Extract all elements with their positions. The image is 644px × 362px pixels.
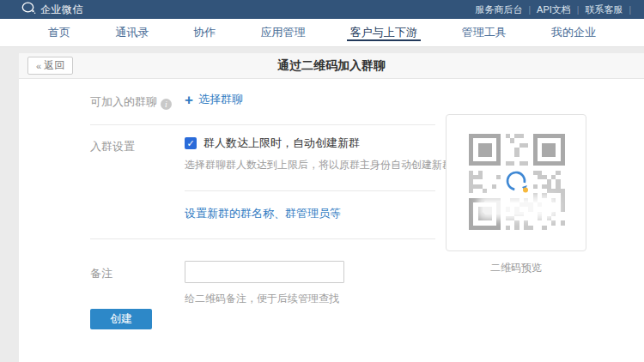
separator: | (629, 5, 631, 15)
remark-label: 备注 (90, 266, 112, 281)
nav-item-my-enterprise[interactable]: 我的企业 (548, 19, 599, 46)
topbar-links: 服务商后台|API文档|联系客服| (475, 3, 637, 16)
divider (185, 190, 435, 191)
qr-preview-card (446, 114, 586, 251)
topbar-link-provider-console[interactable]: 服务商后台 (475, 3, 522, 16)
join-settings-helper: 选择群聊群人数达到上限后，将以原群主身份自动创建新群 (185, 158, 453, 172)
select-group-link[interactable]: + 选择群聊 (185, 92, 243, 107)
nav-item-collaboration[interactable]: 协作 (190, 19, 219, 46)
page-title: 通过二维码加入群聊 (19, 53, 644, 79)
app-logo[interactable]: 企业微信 (21, 2, 83, 18)
main-nav: 首页通讯录协作应用管理客户与上下游管理工具我的企业 (0, 19, 644, 47)
new-group-settings-link[interactable]: 设置新群的群名称、群管理员等 (185, 206, 341, 221)
separator: | (528, 5, 531, 15)
topbar-link-api-docs[interactable]: API文档 (537, 3, 571, 16)
topbar: 企业微信 服务商后台|API文档|联系客服| (0, 0, 644, 19)
nav-item-contacts[interactable]: 通讯录 (112, 19, 152, 46)
chat-bubble-icon (21, 2, 36, 18)
remark-helper: 给二维码备注，便于后续管理查找 (185, 292, 339, 306)
join-settings-label: 入群设置 (90, 139, 135, 154)
create-button[interactable]: 创建 (90, 309, 152, 329)
divider (90, 124, 435, 125)
info-icon[interactable]: i (161, 99, 172, 110)
form-body: 可加入的群聊i + 选择群聊 入群设置 ✓ 群人数达上限时，自动创建新群 选择群… (19, 79, 644, 361)
plus-icon: + (185, 93, 193, 107)
app-title: 企业微信 (40, 3, 83, 17)
page-header: « 返回 通过二维码加入群聊 (19, 53, 644, 79)
topbar-link-contact-support[interactable]: 联系客服 (585, 3, 623, 16)
nav-item-customers-updownstream[interactable]: 客户与上下游 (347, 19, 421, 46)
qr-privacy-blur (483, 201, 553, 214)
remark-input[interactable] (185, 261, 344, 283)
nav-item-home[interactable]: 首页 (45, 19, 74, 46)
wecom-bubble-icon (502, 167, 532, 196)
divider (90, 238, 435, 239)
auto-create-group-checkbox-row[interactable]: ✓ 群人数达上限时，自动创建新群 (185, 136, 360, 151)
joinable-group-label-text: 可加入的群聊 (90, 95, 157, 108)
select-group-label: 选择群聊 (198, 92, 243, 107)
content-card: « 返回 通过二维码加入群聊 可加入的群聊i + 选择群聊 入群设置 ✓ 群人数… (19, 53, 644, 362)
separator: | (577, 5, 580, 15)
auto-create-group-label: 群人数达上限时，自动创建新群 (204, 136, 360, 151)
nav-item-management-tools[interactable]: 管理工具 (459, 19, 510, 46)
joinable-group-label: 可加入的群聊i (90, 94, 172, 110)
qr-code-image (469, 134, 565, 230)
nav-item-app-management[interactable]: 应用管理 (257, 19, 308, 46)
checkbox-checked-icon[interactable]: ✓ (185, 137, 197, 149)
qr-caption: 二维码预览 (446, 261, 586, 275)
